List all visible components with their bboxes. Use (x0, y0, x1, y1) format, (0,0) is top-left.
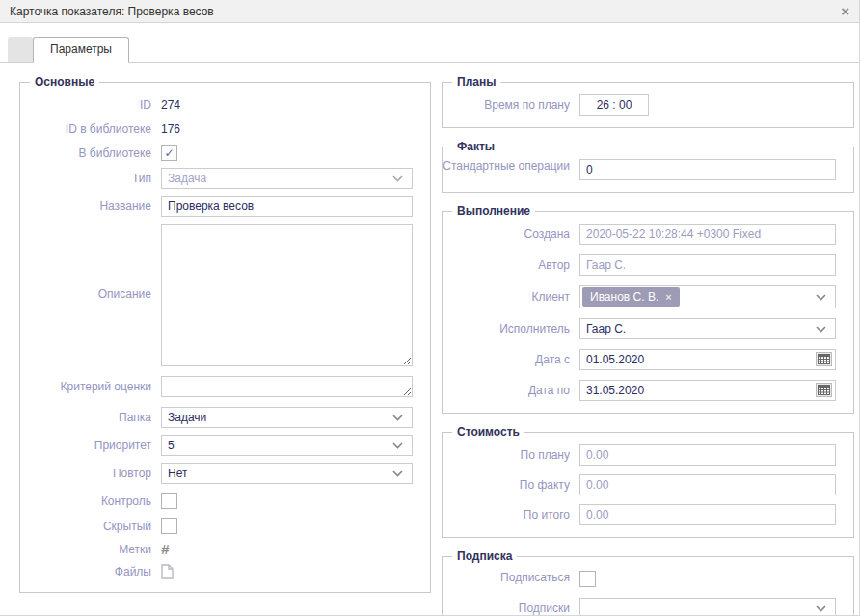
chevron-down-icon (392, 175, 403, 182)
field-row-tags: Метки # (20, 541, 413, 557)
field-row-library-id: ID в библиотеке 176 (20, 119, 413, 136)
field-row-author: Автор (443, 254, 836, 276)
section-subscription: Подписка Подписаться Подписки (442, 549, 854, 616)
field-row-control: Контроль (20, 491, 413, 509)
field-row-criteria: Критерий оценки (20, 376, 413, 400)
chevron-down-icon (816, 605, 826, 612)
subscriptions-label: Подписки (443, 598, 579, 615)
in-library-label: В библиотеке (20, 143, 161, 160)
subscriptions-select[interactable] (579, 598, 836, 616)
field-row-planned-time: Время по плану (443, 94, 836, 116)
library-id-label: ID в библиотеке (20, 119, 161, 136)
criteria-label: Критерий оценки (20, 376, 161, 393)
folder-label: Папка (20, 407, 161, 424)
field-row-executor: Исполнитель Гаар С. (443, 318, 836, 339)
cost-plan-label: По плану (443, 444, 579, 462)
field-row-cost-total: По итого (443, 504, 836, 525)
left-column: Основные ID 274 ID в библиотеке 176 В би… (19, 75, 431, 616)
section-execution: Выполнение Создана Автор Клиент Иванов С… (442, 204, 854, 414)
dialog-title: Карточка показателя: Проверка весов (10, 5, 214, 18)
field-row-files: Файлы (20, 564, 413, 582)
field-row-subscriptions: Подписки (443, 598, 836, 616)
criteria-textarea[interactable] (161, 376, 413, 397)
hash-tag-icon[interactable]: # (161, 539, 169, 557)
author-input (579, 254, 836, 276)
field-row-in-library: В библиотеке ✓ (20, 143, 413, 161)
created-input (579, 224, 836, 245)
document-icon[interactable] (161, 567, 174, 582)
folder-select-value: Задачи (168, 411, 206, 424)
client-chip-text: Иванов С. В. (590, 290, 658, 304)
chevron-down-icon (816, 294, 826, 301)
type-label: Тип (20, 168, 161, 185)
author-label: Автор (443, 254, 579, 272)
close-icon[interactable]: × (841, 4, 849, 18)
created-label: Создана (443, 224, 579, 241)
description-label: Описание (20, 224, 161, 301)
subscribe-checkbox[interactable] (579, 571, 596, 587)
repeat-select[interactable]: Нет (161, 463, 413, 484)
name-input[interactable] (161, 196, 413, 217)
indicator-card-dialog: Карточка показателя: Проверка весов × Па… (0, 0, 860, 616)
form-content: Основные ID 274 ID в библиотеке 176 В би… (0, 63, 859, 616)
name-label: Название (20, 196, 161, 213)
field-row-cost-fact: По факту (443, 474, 836, 495)
field-row-description: Описание (20, 224, 413, 369)
tags-label: Метки (20, 541, 161, 556)
field-row-client: Клиент Иванов С. В. × (443, 285, 836, 308)
section-main-legend: Основные (30, 75, 99, 89)
section-facts-legend: Факты (452, 140, 499, 153)
executor-select-value: Гаар С. (586, 322, 626, 335)
in-library-checkbox[interactable]: ✓ (161, 145, 177, 161)
calendar-icon[interactable] (816, 352, 832, 366)
library-id-value: 176 (161, 119, 413, 136)
planned-time-input[interactable] (579, 94, 649, 116)
subscribe-label: Подписаться (443, 569, 579, 584)
client-label: Клиент (443, 285, 579, 304)
hidden-label: Скрытый (20, 516, 161, 533)
hidden-checkbox[interactable] (161, 518, 177, 534)
standard-ops-input[interactable] (579, 159, 836, 180)
executor-select[interactable]: Гаар С. (579, 318, 836, 339)
control-checkbox[interactable] (161, 493, 177, 509)
calendar-icon[interactable] (816, 383, 832, 397)
type-select[interactable]: Задача (161, 168, 413, 189)
field-row-repeat: Повтор Нет (20, 463, 413, 484)
cost-fact-label: По факту (443, 474, 579, 492)
field-row-id: ID 274 (20, 94, 413, 112)
client-chip: Иванов С. В. × (582, 287, 680, 307)
date-to-input[interactable] (579, 380, 836, 401)
field-row-date-to: Дата по (443, 380, 836, 401)
field-row-folder: Папка Задачи (20, 407, 413, 428)
date-from-input[interactable] (579, 349, 836, 370)
cost-plan-input (579, 444, 836, 466)
client-combo[interactable]: Иванов С. В. × (579, 285, 836, 308)
field-row-date-from: Дата с (443, 349, 836, 370)
cost-total-input (579, 504, 836, 525)
section-subscription-legend: Подписка (452, 549, 517, 563)
section-plans-legend: Планы (452, 75, 500, 89)
tab-parameters[interactable]: Параметры (33, 37, 129, 63)
type-select-value: Задача (168, 172, 206, 185)
cost-total-label: По итого (443, 504, 579, 522)
control-label: Контроль (20, 491, 161, 508)
executor-label: Исполнитель (443, 318, 579, 335)
section-cost-legend: Стоимость (452, 425, 524, 439)
section-execution-legend: Выполнение (452, 204, 535, 218)
standard-ops-label: Стандартные операции (443, 159, 579, 173)
folder-select[interactable]: Задачи (161, 407, 413, 428)
field-row-subscribe: Подписаться (443, 569, 836, 587)
cost-fact-input (579, 474, 836, 495)
field-row-created: Создана (443, 224, 836, 245)
files-label: Файлы (20, 564, 161, 578)
priority-select[interactable]: 5 (161, 435, 413, 456)
id-label: ID (20, 94, 161, 112)
description-textarea[interactable] (161, 224, 413, 366)
section-cost: Стоимость По плану По факту По итого (442, 425, 854, 538)
repeat-select-value: Нет (168, 467, 187, 480)
priority-select-value: 5 (168, 439, 175, 452)
repeat-label: Повтор (20, 463, 161, 480)
chevron-down-icon (392, 415, 403, 421)
field-row-cost-plan: По плану (443, 444, 836, 466)
remove-client-icon[interactable]: × (665, 292, 671, 303)
